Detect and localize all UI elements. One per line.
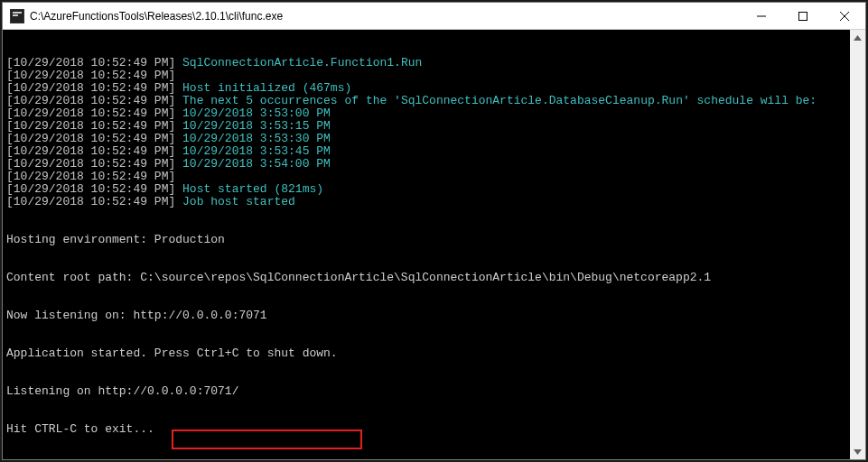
scroll-up-button[interactable]	[850, 30, 865, 45]
timestamp: [10/29/2018 10:52:49 PM]	[6, 69, 182, 82]
log-line: [10/29/2018 10:52:49 PM] SqlConnectionAr…	[6, 57, 865, 69]
vertical-scrollbar[interactable]	[850, 30, 865, 459]
timestamp: [10/29/2018 10:52:49 PM]	[6, 119, 182, 133]
log-line: [10/29/2018 10:52:49 PM] 10/29/2018 3:53…	[6, 145, 865, 158]
svg-rect-4	[799, 12, 807, 20]
log-message: Host initialized (467ms)	[182, 81, 351, 95]
log-line: Content root path: C:\source\repos\SqlCo…	[6, 272, 865, 284]
window-frame: C:\AzureFunctionsTools\Releases\2.10.1\c…	[2, 2, 866, 460]
timestamp: [10/29/2018 10:52:49 PM]	[6, 81, 182, 95]
scroll-track[interactable]	[850, 45, 865, 444]
log-line: [10/29/2018 10:52:49 PM] The next 5 occu…	[6, 95, 865, 107]
log-message: SqlConnectionArticle.Function1.Run	[182, 56, 422, 69]
minimize-button[interactable]	[741, 3, 782, 29]
log-line: [10/29/2018 10:52:49 PM]	[6, 69, 865, 82]
timestamp: [10/29/2018 10:52:49 PM]	[6, 170, 182, 183]
log-line: Hit CTRL-C to exit...	[6, 423, 865, 436]
window-controls	[741, 3, 865, 29]
log-message: 10/29/2018 3:53:30 PM	[182, 132, 331, 145]
app-icon	[10, 9, 24, 23]
log-message: 10/29/2018 3:53:00 PM	[182, 106, 331, 120]
window-title: C:\AzureFunctionsTools\Releases\2.10.1\c…	[30, 10, 741, 23]
log-message: 10/29/2018 3:53:15 PM	[182, 119, 331, 133]
log-line: Now listening on: http://0.0.0.0:7071	[6, 310, 865, 322]
console-output[interactable]: [10/29/2018 10:52:49 PM] SqlConnectionAr…	[3, 30, 865, 459]
svg-marker-8	[854, 449, 862, 455]
scroll-down-button[interactable]	[850, 444, 865, 459]
log-line: [10/29/2018 10:52:49 PM] Host started (8…	[6, 183, 865, 196]
log-message: 10/29/2018 3:53:45 PM	[182, 144, 331, 158]
timestamp: [10/29/2018 10:52:49 PM]	[6, 56, 182, 69]
log-message: Job host started	[182, 195, 295, 208]
log-message: The next 5 occurrences of the 'SqlConnec…	[182, 94, 817, 107]
timestamp: [10/29/2018 10:52:49 PM]	[6, 195, 182, 208]
log-line: [10/29/2018 10:52:49 PM] 10/29/2018 3:53…	[6, 133, 865, 145]
log-line: [10/29/2018 10:52:49 PM] Job host starte…	[6, 196, 865, 208]
svg-rect-1	[13, 12, 22, 14]
maximize-button[interactable]	[782, 3, 824, 29]
log-message: Host started (821ms)	[182, 182, 323, 196]
log-line: Listening on http://0.0.0.0:7071/	[6, 385, 865, 398]
titlebar[interactable]: C:\AzureFunctionsTools\Releases\2.10.1\c…	[3, 3, 865, 30]
close-button[interactable]	[824, 3, 865, 29]
timestamp: [10/29/2018 10:52:49 PM]	[6, 94, 182, 107]
log-line: [10/29/2018 10:52:49 PM] Host initialize…	[6, 82, 865, 95]
log-line: [10/29/2018 10:52:49 PM] 10/29/2018 3:54…	[6, 158, 865, 171]
log-line: Application started. Press Ctrl+C to shu…	[6, 347, 865, 360]
timestamp: [10/29/2018 10:52:49 PM]	[6, 182, 182, 196]
timestamp: [10/29/2018 10:52:49 PM]	[6, 106, 182, 120]
log-line: [10/29/2018 10:52:49 PM]	[6, 171, 865, 183]
log-message: 10/29/2018 3:54:00 PM	[182, 157, 331, 171]
log-line: [10/29/2018 10:52:49 PM] 10/29/2018 3:53…	[6, 120, 865, 133]
timestamp: [10/29/2018 10:52:49 PM]	[6, 132, 182, 145]
log-line: [10/29/2018 10:52:49 PM] 10/29/2018 3:53…	[6, 107, 865, 120]
timestamp: [10/29/2018 10:52:49 PM]	[6, 157, 182, 171]
svg-marker-7	[854, 35, 862, 41]
log-line: Hosting environment: Production	[6, 234, 865, 246]
svg-rect-2	[13, 14, 18, 16]
timestamp: [10/29/2018 10:52:49 PM]	[6, 144, 182, 158]
